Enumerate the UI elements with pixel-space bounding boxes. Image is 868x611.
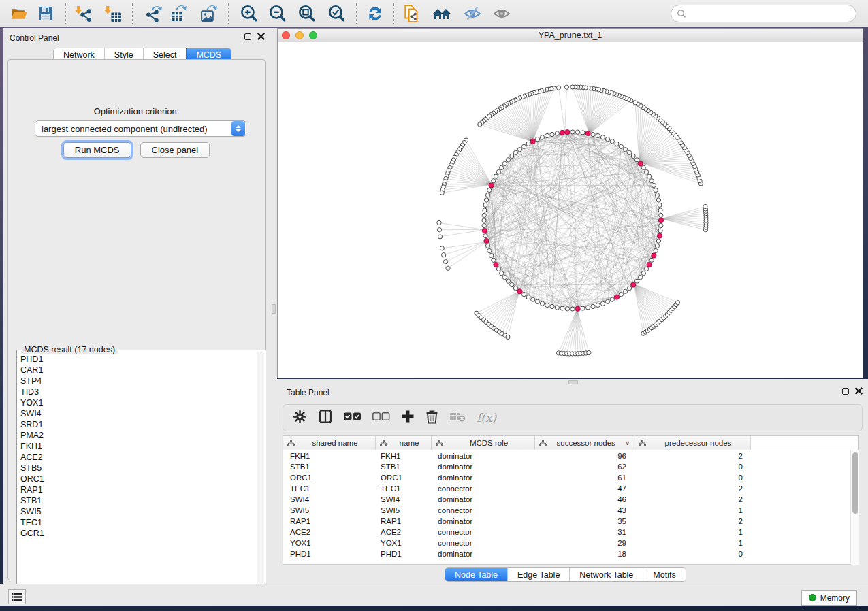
save-session-button[interactable] <box>34 2 57 25</box>
mcds-node-item[interactable]: SWI4 <box>18 408 256 419</box>
mcds-node-item[interactable]: STB1 <box>18 495 256 506</box>
mcds-node-item[interactable]: SWI5 <box>18 506 256 517</box>
column-header-name[interactable]: name <box>376 436 432 450</box>
table-row[interactable]: RAP1RAP1dominator352 <box>283 516 858 527</box>
vertical-splitter[interactable] <box>270 28 277 584</box>
close-panel-icon[interactable] <box>855 387 863 395</box>
search-field[interactable] <box>671 5 856 22</box>
import-table-button[interactable] <box>101 2 125 25</box>
mcds-node-item[interactable]: ORC1 <box>18 474 256 484</box>
mcds-node-item[interactable]: GCR1 <box>18 528 256 539</box>
scrollbar-thumb[interactable] <box>852 452 858 514</box>
table-settings-button[interactable] <box>293 410 307 427</box>
mcds-node-item[interactable]: RAP1 <box>18 484 256 495</box>
task-history-button[interactable] <box>8 589 26 604</box>
close-panel-button[interactable]: Close panel <box>140 142 210 158</box>
criterion-dropdown[interactable]: largest connected component (undirected) <box>35 120 246 137</box>
mcds-node-item[interactable]: PHD1 <box>18 354 256 365</box>
table-row[interactable]: ACE2ACE2connector311 <box>283 527 858 538</box>
mcds-result-list[interactable]: PHD1CAR1STP4TID3YOX1SWI4SRD1PMA2FKH1ACE2… <box>18 354 256 597</box>
search-icon <box>677 9 686 18</box>
mcds-node-item[interactable]: STP4 <box>18 376 256 386</box>
column-header-predecessor-nodes[interactable]: predecessor nodes <box>634 436 751 450</box>
show-columns-button[interactable] <box>318 409 333 427</box>
tab-node-table[interactable]: Node Table <box>445 568 507 581</box>
tab-network-table[interactable]: Network Table <box>569 568 643 581</box>
show-all-button[interactable] <box>490 2 513 25</box>
mcds-node-item[interactable]: TEC1 <box>18 517 256 528</box>
cell-successors: 62 <box>535 461 634 472</box>
table-row[interactable]: ORC1ORC1dominator610 <box>283 472 858 483</box>
open-file-button[interactable] <box>7 2 31 25</box>
cell-predecessors: 1 <box>634 505 751 516</box>
mcds-node-item[interactable]: ACE2 <box>18 452 256 463</box>
float-window-icon[interactable] <box>244 33 251 40</box>
deselect-all-button[interactable] <box>372 412 390 424</box>
table-row[interactable]: PHD1PHD1dominator180 <box>283 548 858 559</box>
run-mcds-button[interactable]: Run MCDS <box>63 142 131 158</box>
cell-role: connector <box>432 505 535 516</box>
import-network-icon <box>75 5 93 23</box>
cell-shared_name: TEC1 <box>283 483 376 494</box>
refresh-view-button[interactable] <box>364 2 387 25</box>
cell-successors: 61 <box>535 472 634 483</box>
hide-selected-button[interactable] <box>461 2 484 25</box>
mcds-node-item[interactable]: TID3 <box>18 386 256 397</box>
table-row[interactable]: SWI4SWI4dominator462 <box>283 494 858 505</box>
memory-button[interactable]: Memory <box>801 590 857 606</box>
zoom-fit-button[interactable] <box>295 2 318 25</box>
table-row[interactable]: STB1STB1dominator620 <box>283 461 858 472</box>
mcds-node-item[interactable]: YOX1 <box>18 397 256 408</box>
table-row[interactable]: FKH1FKH1dominator962 <box>283 450 858 461</box>
export-network-button[interactable] <box>142 2 165 25</box>
zoom-out-button[interactable] <box>266 2 289 25</box>
horizontal-splitter[interactable] <box>277 379 868 385</box>
clone-network-button[interactable] <box>400 2 423 25</box>
cell-name: ORC1 <box>376 472 432 483</box>
mcds-node-item[interactable]: STB5 <box>18 463 256 474</box>
function-builder-button[interactable]: f(x) <box>477 411 496 425</box>
cell-role: dominator <box>432 516 535 527</box>
tab-edge-table[interactable]: Edge Table <box>507 568 569 581</box>
delete-table-button[interactable] <box>449 411 466 425</box>
mcds-node-item[interactable]: CAR1 <box>18 365 256 376</box>
export-image-button[interactable] <box>197 2 220 25</box>
zoom-in-button[interactable] <box>237 2 260 25</box>
cell-role: dominator <box>432 461 535 472</box>
close-panel-icon[interactable] <box>257 33 265 40</box>
control-panel: Control Panel NetworkStyleSelectMCDS Opt… <box>3 28 270 584</box>
zoom-selected-button[interactable] <box>325 2 348 25</box>
cell-shared_name: STB1 <box>283 461 376 472</box>
cell-name: RAP1 <box>376 516 432 527</box>
mcds-node-item[interactable]: FKH1 <box>18 441 256 452</box>
memory-status-icon <box>809 594 816 601</box>
splitter-grip[interactable] <box>568 380 578 384</box>
splitter-grip[interactable] <box>272 304 276 314</box>
export-table-button[interactable] <box>167 2 190 25</box>
table-row[interactable]: SWI5SWI5connector431 <box>283 505 858 516</box>
delete-column-button[interactable] <box>425 410 438 427</box>
cell-role: dominator <box>432 548 535 559</box>
node-table: shared namenameMCDS rolesuccessor nodes∨… <box>283 435 859 565</box>
select-all-button[interactable] <box>344 412 361 424</box>
table-scrollbar[interactable] <box>850 450 859 565</box>
import-network-button[interactable] <box>72 2 95 25</box>
cell-role: dominator <box>432 472 535 483</box>
table-toolbar: f(x) <box>283 404 863 431</box>
table-row[interactable]: YOX1YOX1connector291 <box>283 538 858 548</box>
table-row[interactable]: TEC1TEC1connector472 <box>283 483 858 494</box>
mcds-node-item[interactable]: PMA2 <box>18 430 256 441</box>
float-window-icon[interactable] <box>842 388 849 395</box>
mcds-node-item[interactable]: SRD1 <box>18 419 256 430</box>
toolbar-separator <box>132 3 133 24</box>
add-column-button[interactable] <box>401 410 415 426</box>
column-header-MCDS-role[interactable]: MCDS role <box>432 436 535 450</box>
network-titlebar[interactable]: YPA_prune.txt_1 <box>278 29 863 42</box>
column-header-successor-nodes[interactable]: successor nodes∨ <box>535 436 634 450</box>
column-header-shared-name[interactable]: shared name <box>283 436 376 450</box>
first-neighbors-button[interactable] <box>430 2 453 25</box>
tab-motifs[interactable]: Motifs <box>643 568 685 581</box>
network-view[interactable] <box>278 43 863 378</box>
mcds-list-scrollbar[interactable] <box>257 352 264 597</box>
search-input[interactable] <box>686 7 856 20</box>
